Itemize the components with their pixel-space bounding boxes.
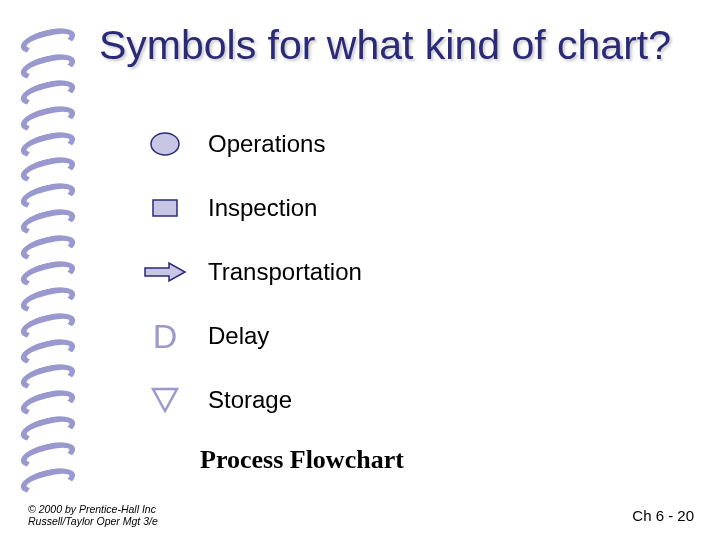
copyright-line2: Russell/Taylor Oper Mgt 3/e bbox=[28, 515, 158, 528]
copyright-line1: © 2000 by Prentice-Hall Inc bbox=[28, 503, 158, 516]
item-label: Delay bbox=[208, 322, 269, 350]
item-label: Operations bbox=[208, 130, 325, 158]
spiral-binding bbox=[28, 30, 70, 490]
delay-icon: D bbox=[130, 317, 200, 356]
list-item: Operations bbox=[130, 125, 590, 163]
d-glyph: D bbox=[153, 317, 178, 356]
item-label: Inspection bbox=[208, 194, 317, 222]
item-label: Storage bbox=[208, 386, 292, 414]
symbol-list: Operations Inspection Transportation D D… bbox=[130, 125, 590, 445]
page-number: Ch 6 - 20 bbox=[632, 507, 694, 524]
list-item: Transportation bbox=[130, 253, 590, 291]
svg-marker-3 bbox=[153, 389, 177, 411]
list-item: Inspection bbox=[130, 189, 590, 227]
svg-point-0 bbox=[151, 133, 179, 155]
square-icon bbox=[130, 195, 200, 221]
svg-rect-1 bbox=[153, 200, 177, 216]
list-item: D Delay bbox=[130, 317, 590, 355]
answer-text: Process Flowchart bbox=[200, 445, 404, 475]
arrow-icon bbox=[130, 258, 200, 286]
circle-icon bbox=[130, 131, 200, 157]
list-item: Storage bbox=[130, 381, 590, 419]
slide-title: Symbols for what kind of chart? bbox=[70, 22, 700, 69]
copyright: © 2000 by Prentice-Hall Inc Russell/Tayl… bbox=[28, 503, 158, 528]
svg-marker-2 bbox=[145, 263, 185, 281]
triangle-icon bbox=[130, 385, 200, 415]
item-label: Transportation bbox=[208, 258, 362, 286]
